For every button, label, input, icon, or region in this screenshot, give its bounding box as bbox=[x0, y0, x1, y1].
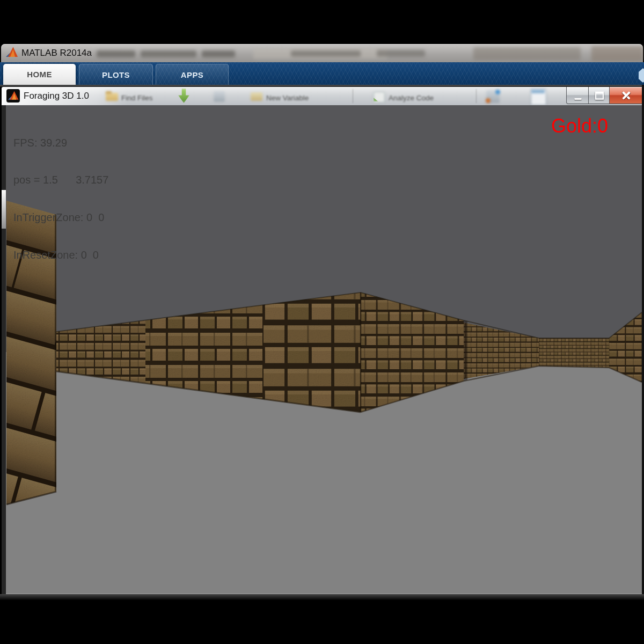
game-window-titlebar[interactable]: Find Files New Variable Analyze Code For… bbox=[2, 87, 642, 106]
matlab-logo-icon bbox=[5, 46, 18, 59]
game-viewport[interactable]: FPS: 39.29 pos = 1.5 3.7157 InTriggerZon… bbox=[6, 105, 642, 594]
matlab-app-icon-glyph bbox=[6, 89, 20, 103]
hud-reset-zone: InResetZone: 0 0 bbox=[13, 249, 108, 261]
dots-icon-blue-dot bbox=[495, 90, 500, 94]
dots-icon-orange-dot bbox=[486, 98, 491, 103]
window-icon bbox=[214, 91, 225, 102]
green-down-arrow-icon bbox=[178, 89, 189, 103]
minimize-icon bbox=[574, 98, 581, 100]
folder-icon-tab bbox=[106, 91, 112, 94]
blurred-path-text bbox=[97, 50, 135, 57]
toolbar-separator bbox=[476, 89, 477, 103]
game-window-title: Foraging 3D 1.0 bbox=[24, 91, 89, 101]
blurred-path-text bbox=[377, 50, 425, 57]
folder-icon bbox=[106, 93, 118, 101]
blurred-region bbox=[591, 46, 643, 61]
hud-position: pos = 1.5 3.7157 bbox=[13, 174, 108, 186]
find-files-label: Find Files bbox=[121, 94, 153, 102]
gold-counter: Gold:0 bbox=[551, 115, 608, 137]
blurred-path-text bbox=[291, 50, 361, 57]
game-window-bottom-border bbox=[0, 594, 644, 600]
matlab-app-icon bbox=[6, 89, 20, 103]
window-left-edge bbox=[0, 105, 6, 594]
ribbon-tab-bar: HOME PLOTS APPS bbox=[0, 62, 644, 85]
toolbar-separator bbox=[353, 89, 353, 103]
hud-trigger-zone: InTriggerZone: 0 0 bbox=[13, 211, 108, 224]
tab-apps[interactable]: APPS bbox=[156, 64, 229, 85]
left-edge-highlight bbox=[2, 190, 6, 229]
close-button[interactable] bbox=[609, 87, 642, 104]
tab-home[interactable]: HOME bbox=[3, 64, 76, 85]
blurred-path-text bbox=[141, 50, 196, 57]
analyze-code-label: Analyze Code bbox=[389, 94, 434, 102]
tab-plots[interactable]: PLOTS bbox=[79, 64, 153, 85]
maximize-button[interactable] bbox=[588, 87, 610, 104]
new-variable-label: New Variable bbox=[266, 94, 309, 102]
matlab-window-title: MATLAB R2014a bbox=[21, 48, 92, 58]
game-window-right-border bbox=[642, 85, 644, 600]
maximize-icon bbox=[595, 91, 604, 99]
hud-overlay: FPS: 39.29 pos = 1.5 3.7157 InTriggerZon… bbox=[13, 112, 108, 287]
hud-fps: FPS: 39.29 bbox=[13, 137, 108, 149]
close-icon bbox=[621, 91, 631, 100]
blurred-region bbox=[473, 47, 581, 60]
table-icon-header bbox=[531, 90, 545, 93]
left-edge-shadow bbox=[0, 105, 2, 594]
screen: { "matlab_window": { "title": "MATLAB R2… bbox=[0, 0, 644, 644]
new-variable-icon bbox=[251, 92, 262, 101]
matlab-titlebar[interactable]: MATLAB R2014a bbox=[1, 44, 643, 62]
minimize-button[interactable] bbox=[566, 87, 589, 104]
blurred-path-text bbox=[202, 50, 235, 57]
